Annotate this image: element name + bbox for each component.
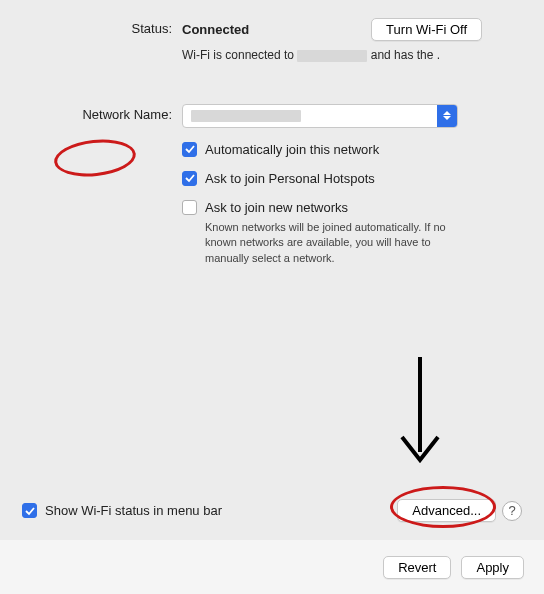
status-description: Wi-Fi is connected to and has the .	[182, 47, 472, 64]
annotation-arrow	[390, 352, 450, 472]
status-label: Status:	[22, 18, 182, 36]
show-status-checkbox[interactable]	[22, 503, 37, 518]
ask-hotspot-checkbox[interactable]	[182, 171, 197, 186]
ask-new-checkbox[interactable]	[182, 200, 197, 215]
network-name-label: Network Name:	[22, 104, 182, 122]
turn-wifi-off-button[interactable]: Turn Wi-Fi Off	[371, 18, 482, 41]
wifi-settings-panel: Status: Connected Turn Wi-Fi Off Wi-Fi i…	[0, 0, 544, 540]
auto-join-checkbox[interactable]	[182, 142, 197, 157]
status-value: Connected	[182, 22, 249, 37]
network-name-select[interactable]	[182, 104, 458, 128]
ask-hotspot-label: Ask to join Personal Hotspots	[205, 171, 375, 186]
show-status-label: Show Wi-Fi status in menu bar	[45, 503, 222, 518]
advanced-button[interactable]: Advanced...	[397, 499, 496, 522]
redacted-network-name	[297, 50, 367, 62]
help-button[interactable]: ?	[502, 501, 522, 521]
ask-new-description: Known networks will be joined automatica…	[205, 220, 475, 266]
footer-bar: Revert Apply	[0, 540, 544, 594]
revert-button[interactable]: Revert	[383, 556, 451, 579]
ask-new-label: Ask to join new networks	[205, 200, 348, 215]
select-arrows-icon	[437, 105, 457, 127]
apply-button[interactable]: Apply	[461, 556, 524, 579]
redacted-ssid	[191, 110, 301, 122]
auto-join-label: Automatically join this network	[205, 142, 379, 157]
